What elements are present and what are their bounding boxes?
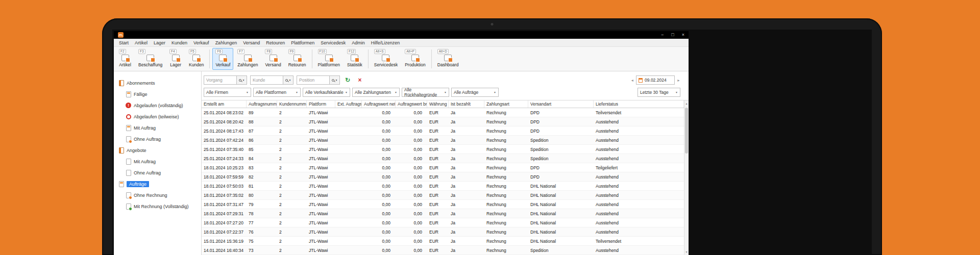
table-row[interactable]: 15.01.2024 15:36:19752JTL-Wawi0,000,00EU… xyxy=(202,237,684,246)
ribbon-button-verkauf[interactable]: F6Verkauf xyxy=(212,48,233,70)
ribbon-button-servicedesk[interactable]: Alt+SServicedesk xyxy=(371,48,401,70)
scrollbar-thumb[interactable] xyxy=(685,108,688,154)
column-header-kundennummer[interactable]: Kundennummer xyxy=(277,100,307,108)
column-header-auftragsnummer[interactable]: Auftragsnummer xyxy=(247,100,277,108)
menu-item-admin[interactable]: Admin xyxy=(349,40,368,45)
kunde-search-button[interactable]: ▼ xyxy=(283,75,293,85)
menu-item-retouren[interactable]: Retouren xyxy=(263,40,288,45)
next-period-button[interactable]: ► xyxy=(677,79,680,82)
menu-item-lager[interactable]: Lager xyxy=(151,40,168,45)
ribbon-button-kunden[interactable]: F5Kunden xyxy=(186,48,207,70)
column-header-plattform[interactable]: Plattform xyxy=(307,100,335,108)
scroll-down-icon[interactable]: ▼ xyxy=(684,249,689,255)
sidebar-item-mit-auftrag[interactable]: Mit Auftrag xyxy=(114,122,201,134)
table-cell: Ausstehend xyxy=(594,246,684,254)
table-row[interactable]: 25.01.2024 08:23:02892JTL-Wawi0,000,00EU… xyxy=(202,108,684,117)
column-header-ext-auftragsnu[interactable]: Ext. Auftragsnu... xyxy=(335,100,362,108)
table-cell: JTL-Wawi xyxy=(307,163,335,172)
vorgang-search-input[interactable]: Vorgang xyxy=(204,75,236,85)
vertical-scrollbar[interactable]: ▲ ▼ xyxy=(684,100,689,255)
ribbon-button-zahlungen[interactable]: F7Zahlungen xyxy=(234,48,261,70)
filter-dropdown-alle-plattformen[interactable]: Alle Plattformen▼ xyxy=(253,88,301,97)
sidebar-item-ohne-auftrag[interactable]: Ohne Auftrag xyxy=(114,134,201,145)
sidebar-item-fällige[interactable]: Fällige xyxy=(114,89,201,100)
filter-dropdown-alle-firmen[interactable]: Alle Firmen▼ xyxy=(204,88,251,97)
menu-item-plattformen[interactable]: Plattformen xyxy=(288,40,317,45)
icon-doc-green xyxy=(126,203,131,210)
table-row[interactable]: 18.01.2024 07:29:31782JTL-Wawi0,000,00EU… xyxy=(202,209,684,218)
ribbon-button-dashboard[interactable]: Alt+DDashboard xyxy=(434,48,462,70)
column-header-zahlungsart[interactable]: Zahlungsart xyxy=(484,100,528,108)
table-row[interactable]: 25.01.2024 08:20:42882JTL-Wawi0,000,00EU… xyxy=(202,117,684,126)
menu-item-artikel[interactable]: Artikel xyxy=(132,40,151,45)
sidebar-item-abgelaufen-teilweise[interactable]: Abgelaufen (teilweise) xyxy=(114,111,201,122)
refresh-button[interactable]: ↻ xyxy=(343,75,352,85)
menu-item-zahlungen[interactable]: Zahlungen xyxy=(212,40,240,45)
icon-doc-orange-dot xyxy=(126,192,131,198)
filter-dropdown-alle-aufträge[interactable]: Alle Aufträge▼ xyxy=(451,88,499,97)
vorgang-search-button[interactable]: ▼ xyxy=(236,75,247,85)
sidebar-item-ohne-rechnung[interactable]: Ohne Rechnung xyxy=(114,190,201,201)
date-preset-dropdown[interactable]: Letzte 30 Tage▼ xyxy=(638,88,680,97)
table-row[interactable]: 14.01.2024 16:40:34732JTL-Wawi0,000,00EU… xyxy=(202,246,684,255)
menu-item-verkauf[interactable]: Verkauf xyxy=(190,40,212,45)
kunde-search-input[interactable]: Kunde xyxy=(250,75,283,85)
ribbon-button-produktion[interactable]: Alt+PProduktion xyxy=(402,48,429,70)
ribbon-button-label: Kunden xyxy=(189,62,204,67)
menu-item-start[interactable]: Start xyxy=(116,40,132,45)
ribbon-button-statistik[interactable]: F12Statistik xyxy=(344,48,365,70)
shortcut-key-badge: F6 xyxy=(215,49,223,54)
sidebar-item-mit-rechnung-vollständig[interactable]: Mit Rechnung (Vollständig) xyxy=(114,201,201,212)
maximize-button[interactable]: □ xyxy=(671,33,674,37)
menu-item-kunden[interactable]: Kunden xyxy=(168,40,190,45)
position-search-input[interactable]: Position xyxy=(297,75,329,85)
sidebar-item-label: Ohne Rechnung xyxy=(134,193,167,198)
ribbon-button-artikel[interactable]: F2Artikel xyxy=(116,48,134,70)
sidebar-item-abgelaufen-vollständig[interactable]: Abgelaufen (vollständig) xyxy=(114,100,201,111)
menu-item-versand[interactable]: Versand xyxy=(240,40,263,45)
column-header-auftragswert-netto[interactable]: Auftragswert netto xyxy=(362,100,396,108)
table-row[interactable]: 25.01.2024 07:42:24862JTL-Wawi0,000,00EU… xyxy=(202,136,684,145)
table-row[interactable]: 25.01.2024 07:24:33842JTL-Wawi0,000,00EU… xyxy=(202,154,684,163)
menu-item-servicedesk[interactable]: Servicedesk xyxy=(317,40,349,45)
column-header-ist-bezahlt[interactable]: Ist bezahlt xyxy=(449,100,484,108)
ribbon-button-lager[interactable]: F4Lager xyxy=(166,48,185,70)
ribbon-button-plattformen[interactable]: F10Plattformen xyxy=(315,48,343,70)
table-row[interactable]: 18.01.2024 07:27:20772JTL-Wawi0,000,00EU… xyxy=(202,218,684,227)
table-cell: JTL-Wawi xyxy=(307,126,335,135)
column-header-versandart[interactable]: Versandart xyxy=(528,100,594,108)
scroll-up-icon[interactable]: ▲ xyxy=(684,100,689,107)
table-row[interactable]: 25.01.2024 07:35:40852JTL-Wawi0,000,00EU… xyxy=(202,145,684,154)
table-row[interactable]: 18.01.2024 07:50:03812JTL-Wawi0,000,00EU… xyxy=(202,182,684,191)
sidebar-item-angebote[interactable]: Angebote xyxy=(114,145,201,156)
ribbon-button-versand[interactable]: F8Versand xyxy=(262,48,284,70)
ribbon-button-retouren[interactable]: F9Retouren xyxy=(285,48,309,70)
prev-period-button[interactable]: ◄ xyxy=(630,79,634,82)
filter-dropdown-alle-zahlungsarten[interactable]: Alle Zahlungsarten▼ xyxy=(352,88,400,97)
column-header-erstellt-am[interactable]: Erstellt am xyxy=(202,100,247,108)
ribbon-button-beschaffung[interactable]: F3Beschaffung xyxy=(135,48,165,70)
column-header-währung[interactable]: Währung xyxy=(427,100,449,108)
column-header-auftragswert-brutto[interactable]: Auftragswert brutto xyxy=(396,100,427,108)
table-row[interactable]: 25.01.2024 08:17:43872JTL-Wawi0,000,00EU… xyxy=(202,126,684,136)
sidebar-item-mit-auftrag[interactable]: Mit Auftrag xyxy=(114,156,201,167)
table-row[interactable]: 18.01.2024 07:22:37762JTL-Wawi0,000,00EU… xyxy=(202,227,684,237)
filter-dropdown-alle-verkaufskanäle[interactable]: Alle Verkaufskanäle▼ xyxy=(303,88,350,97)
table-row[interactable]: 18.01.2024 07:59:59822JTL-Wawi0,000,00EU… xyxy=(202,172,684,182)
menu-item-hilfe-lizenzen[interactable]: Hilfe/Lizenzen xyxy=(368,40,403,45)
column-header-lieferstatus[interactable]: Lieferstatus xyxy=(594,100,684,108)
sidebar-item-abonnements[interactable]: Abonnements xyxy=(114,78,201,89)
table-row[interactable]: 18.01.2024 07:31:47792JTL-Wawi0,000,00EU… xyxy=(202,200,684,209)
sidebar-item-ohne-auftrag[interactable]: Ohne Auftrag xyxy=(114,167,201,178)
table-cell: DHL National xyxy=(528,218,594,227)
filter-dropdown-alle-rückhaltegründe[interactable]: Alle Rückhaltegründe▼ xyxy=(402,88,449,97)
position-search-button[interactable]: ▼ xyxy=(329,75,340,85)
date-picker[interactable]: 09.02.2024 xyxy=(636,75,675,85)
table-cell: 2 xyxy=(277,246,307,254)
table-row[interactable]: 18.01.2024 10:25:23832JTL-Wawi0,000,00EU… xyxy=(202,163,684,172)
table-row[interactable]: 18.01.2024 07:35:02802JTL-Wawi0,000,00EU… xyxy=(202,191,684,200)
minimize-button[interactable]: − xyxy=(661,33,664,37)
sidebar-item-aufträge[interactable]: Aufträge xyxy=(114,178,201,190)
close-button[interactable]: × xyxy=(682,33,684,37)
clear-filter-button[interactable]: × xyxy=(355,75,364,85)
